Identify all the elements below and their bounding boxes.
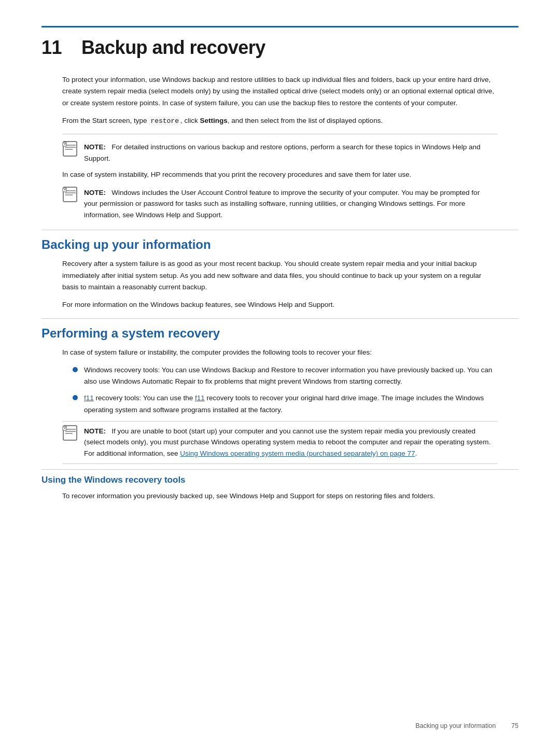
note2-text: NOTE: Windows includes the User Account …	[84, 187, 487, 221]
backing-up-para2: For more information on the Windows back…	[62, 299, 498, 311]
bullet-dot-2	[73, 395, 78, 400]
intro-section: To protect your information, use Windows…	[41, 74, 519, 220]
chapter-title: 11 Backup and recovery	[41, 37, 265, 58]
performing-note-block: NOTE: If you are unable to boot (start u…	[62, 421, 498, 464]
performing-note-text: NOTE: If you are unable to boot (start u…	[84, 426, 493, 459]
footer-page-number: 75	[511, 722, 519, 729]
note1-block: NOTE: For detailed instructions on vario…	[62, 142, 498, 164]
performing-content: In case of system failure or instability…	[41, 347, 519, 464]
using-windows-para: To recover information you previously ba…	[62, 490, 498, 502]
intro-paragraph1: To protect your information, use Windows…	[62, 74, 498, 109]
chapter-header: 11 Backup and recovery	[41, 26, 519, 59]
backing-up-section: Backing up your information Recovery aft…	[41, 230, 519, 311]
performing-section: Performing a system recovery In case of …	[41, 318, 519, 464]
note1-followup: In case of system instability, HP recomm…	[62, 169, 498, 180]
page-footer: Backing up your information 75	[415, 722, 519, 729]
note1-text: NOTE: For detailed instructions on vario…	[84, 142, 487, 164]
bullet-item-2: f11 recovery tools: You can use the f11 …	[73, 392, 498, 416]
performing-heading: Performing a system recovery	[41, 318, 519, 341]
performing-intro: In case of system failure or instability…	[62, 347, 498, 358]
using-windows-content: To recover information you previously ba…	[41, 490, 519, 502]
performing-bullet-list: Windows recovery tools: You can use Wind…	[62, 364, 498, 416]
backing-up-content: Recovery after a system failure is as go…	[41, 258, 519, 311]
chapter-number: 11	[41, 37, 62, 58]
performing-note-icon	[62, 425, 81, 443]
using-windows-section: Using the Windows recovery tools To reco…	[41, 469, 519, 502]
backing-up-para1: Recovery after a system failure is as go…	[62, 258, 498, 293]
f11-code-1: f11	[84, 394, 94, 402]
bullet-item-1: Windows recovery tools: You can use Wind…	[73, 364, 498, 388]
bullet-text-1: Windows recovery tools: You can use Wind…	[84, 364, 498, 388]
restore-code: restore	[149, 117, 180, 125]
bullet-dot-1	[73, 367, 78, 372]
f11-code-2: f11	[195, 394, 205, 402]
using-windows-heading: Using the Windows recovery tools	[41, 469, 519, 485]
note2-block: NOTE: Windows includes the User Account …	[62, 187, 498, 221]
note1-icon	[62, 140, 81, 159]
page: 11 Backup and recovery To protect your i…	[0, 0, 560, 745]
backing-up-heading: Backing up your information	[41, 230, 519, 252]
os-media-link[interactable]: Using Windows operating system media (pu…	[180, 449, 415, 457]
chapter-title-text: Backup and recovery	[81, 37, 265, 58]
footer-section-label: Backing up your information	[415, 722, 496, 729]
note2-icon	[62, 186, 81, 205]
intro-paragraph2: From the Start screen, type restore, cli…	[62, 115, 498, 126]
divider1	[62, 134, 498, 134]
bullet-text-2: f11 recovery tools: You can use the f11 …	[84, 392, 498, 416]
